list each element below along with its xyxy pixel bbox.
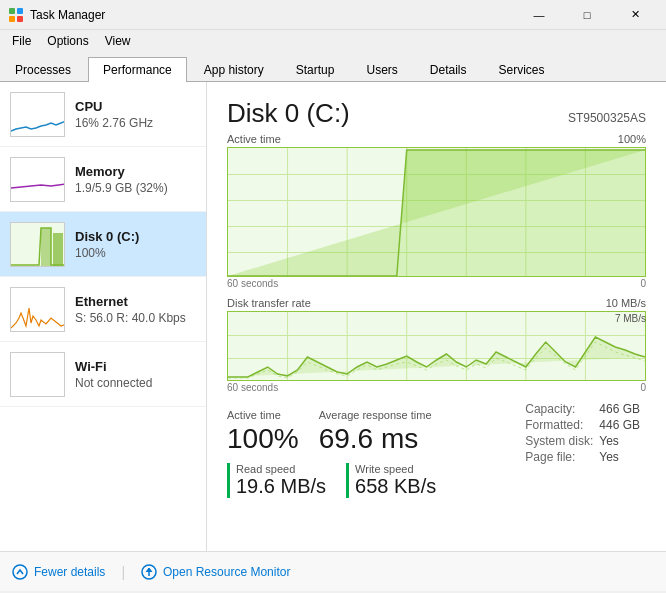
cpu-mini-chart	[10, 92, 65, 137]
ethernet-info: Ethernet S: 56.0 R: 40.0 Kbps	[75, 294, 196, 325]
cpu-value: 16% 2.76 GHz	[75, 116, 196, 130]
active-time-chart-container: Active time 100%	[227, 133, 646, 289]
transfer-rate-label: Disk transfer rate	[227, 297, 311, 309]
tab-bar: Processes Performance App history Startu…	[0, 52, 666, 82]
time-label-60s-2: 60 seconds	[227, 382, 278, 393]
active-time-max: 100%	[618, 133, 646, 145]
tab-services[interactable]: Services	[484, 57, 560, 82]
transfer-rate-chart	[227, 311, 646, 381]
app-icon	[8, 7, 24, 23]
tab-processes[interactable]: Processes	[0, 57, 86, 82]
page-file-value: Yes	[599, 449, 646, 465]
active-time-chart	[227, 147, 646, 277]
page-file-label: Page file:	[525, 449, 599, 465]
wifi-label: Wi-Fi	[75, 359, 196, 374]
disk-label: Disk 0 (C:)	[75, 229, 196, 244]
open-resource-monitor-label: Open Resource Monitor	[163, 565, 290, 579]
main-content: CPU 16% 2.76 GHz Memory 1.9/5.9 GB (32%)	[0, 82, 666, 551]
memory-info: Memory 1.9/5.9 GB (32%)	[75, 164, 196, 195]
capacity-value: 466 GB	[599, 401, 646, 417]
capacity-row: Capacity: 466 GB	[525, 401, 646, 417]
resource-item-cpu[interactable]: CPU 16% 2.76 GHz	[0, 82, 206, 147]
cpu-info: CPU 16% 2.76 GHz	[75, 99, 196, 130]
transfer-rate-time-label: 60 seconds 0	[227, 382, 646, 393]
write-speed-value: 658 KB/s	[355, 475, 436, 498]
svg-rect-3	[17, 16, 23, 22]
fewer-details-link[interactable]: Fewer details	[12, 564, 105, 580]
tab-startup[interactable]: Startup	[281, 57, 350, 82]
svg-rect-8	[53, 233, 63, 267]
disk-value: 100%	[75, 246, 196, 260]
svg-rect-10	[11, 353, 65, 397]
window-controls: — □ ✕	[516, 0, 658, 30]
svg-rect-2	[9, 16, 15, 22]
read-speed-block: Read speed 19.6 MB/s	[227, 463, 326, 498]
open-resource-monitor-link[interactable]: Open Resource Monitor	[141, 564, 290, 580]
time-label-60s: 60 seconds	[227, 278, 278, 289]
disk-model: ST9500325AS	[568, 111, 646, 125]
menu-file[interactable]: File	[4, 32, 39, 50]
title-bar: Task Manager — □ ✕	[0, 0, 666, 30]
left-stats: Active time 100% Average response time 6…	[227, 401, 525, 498]
formatted-row: Formatted: 446 GB	[525, 417, 646, 433]
transfer-rate-max: 10 MB/s	[606, 297, 646, 309]
transfer-rate-mid-label: 7 MB/s	[615, 313, 646, 324]
active-time-zero: 0	[640, 278, 646, 289]
wifi-info: Wi-Fi Not connected	[75, 359, 196, 390]
active-time-stat-label: Active time	[227, 409, 299, 421]
ethernet-label: Ethernet	[75, 294, 196, 309]
separator: |	[121, 564, 125, 580]
disk-mini-chart	[10, 222, 65, 267]
wifi-value: Not connected	[75, 376, 196, 390]
resource-item-disk[interactable]: Disk 0 (C:) 100%	[0, 212, 206, 277]
svg-rect-4	[11, 93, 65, 137]
resource-item-wifi[interactable]: Wi-Fi Not connected	[0, 342, 206, 407]
formatted-value: 446 GB	[599, 417, 646, 433]
active-time-label-row: Active time 100%	[227, 133, 646, 145]
active-time-stat: Active time 100%	[227, 409, 299, 455]
menu-options[interactable]: Options	[39, 32, 96, 50]
tab-app-history[interactable]: App history	[189, 57, 279, 82]
fewer-details-label: Fewer details	[34, 565, 105, 579]
tab-details[interactable]: Details	[415, 57, 482, 82]
write-speed-label: Write speed	[355, 463, 436, 475]
svg-point-24	[13, 565, 27, 579]
right-stats: Capacity: 466 GB Formatted: 446 GB Syste…	[525, 401, 646, 465]
main-stats-row: Active time 100% Average response time 6…	[227, 409, 525, 455]
menu-view[interactable]: View	[97, 32, 139, 50]
stats-section: Active time 100% Average response time 6…	[227, 401, 646, 498]
speed-row: Read speed 19.6 MB/s Write speed 658 KB/…	[227, 463, 525, 498]
active-time-stat-value: 100%	[227, 423, 299, 455]
avg-response-value: 69.6 ms	[319, 423, 432, 455]
window-title: Task Manager	[30, 8, 516, 22]
write-speed-block: Write speed 658 KB/s	[346, 463, 436, 498]
disk-info: Disk 0 (C:) 100%	[75, 229, 196, 260]
tab-users[interactable]: Users	[351, 57, 412, 82]
fewer-details-icon	[12, 564, 28, 580]
close-button[interactable]: ✕	[612, 0, 658, 30]
tab-performance[interactable]: Performance	[88, 57, 187, 82]
minimize-button[interactable]: —	[516, 0, 562, 30]
transfer-rate-zero: 0	[640, 382, 646, 393]
open-resource-monitor-icon	[141, 564, 157, 580]
resource-item-ethernet[interactable]: Ethernet S: 56.0 R: 40.0 Kbps	[0, 277, 206, 342]
svg-rect-0	[9, 8, 15, 14]
memory-mini-chart	[10, 157, 65, 202]
transfer-rate-chart-container: Disk transfer rate 10 MB/s 7 MB/s	[227, 297, 646, 393]
disk-specs-table: Capacity: 466 GB Formatted: 446 GB Syste…	[525, 401, 646, 465]
cpu-label: CPU	[75, 99, 196, 114]
system-disk-label: System disk:	[525, 433, 599, 449]
transfer-rate-label-row: Disk transfer rate 10 MB/s	[227, 297, 646, 309]
ethernet-value: S: 56.0 R: 40.0 Kbps	[75, 311, 196, 325]
maximize-button[interactable]: □	[564, 0, 610, 30]
ethernet-mini-chart	[10, 287, 65, 332]
svg-rect-9	[11, 288, 65, 332]
svg-rect-5	[11, 158, 65, 202]
active-time-time-label: 60 seconds 0	[227, 278, 646, 289]
disk-header: Disk 0 (C:) ST9500325AS	[227, 98, 646, 129]
system-disk-value: Yes	[599, 433, 646, 449]
resource-item-memory[interactable]: Memory 1.9/5.9 GB (32%)	[0, 147, 206, 212]
svg-marker-17	[397, 150, 645, 276]
memory-label: Memory	[75, 164, 196, 179]
read-speed-label: Read speed	[236, 463, 326, 475]
